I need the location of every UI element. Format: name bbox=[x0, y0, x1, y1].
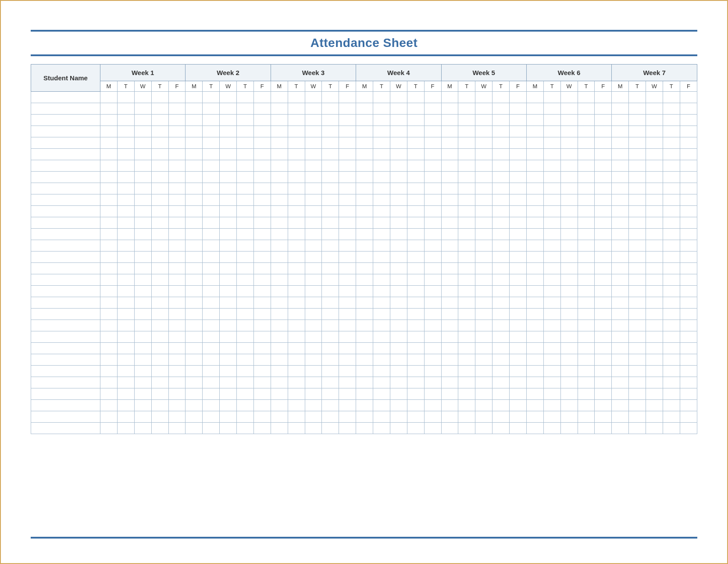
attendance-cell[interactable] bbox=[356, 194, 373, 206]
attendance-cell[interactable] bbox=[475, 274, 492, 286]
attendance-cell[interactable] bbox=[424, 206, 441, 217]
attendance-cell[interactable] bbox=[390, 103, 407, 115]
attendance-cell[interactable] bbox=[253, 400, 271, 411]
attendance-cell[interactable] bbox=[186, 251, 203, 263]
attendance-cell[interactable] bbox=[100, 343, 118, 354]
attendance-cell[interactable] bbox=[475, 103, 492, 115]
student-name-cell[interactable] bbox=[31, 297, 100, 309]
attendance-cell[interactable] bbox=[203, 240, 220, 251]
attendance-cell[interactable] bbox=[629, 388, 646, 400]
attendance-cell[interactable] bbox=[424, 149, 441, 160]
attendance-cell[interactable] bbox=[595, 263, 612, 274]
attendance-cell[interactable] bbox=[253, 194, 271, 206]
attendance-cell[interactable] bbox=[560, 411, 578, 423]
attendance-cell[interactable] bbox=[475, 286, 492, 297]
attendance-cell[interactable] bbox=[629, 297, 646, 309]
attendance-cell[interactable] bbox=[134, 354, 151, 366]
attendance-cell[interactable] bbox=[629, 126, 646, 137]
attendance-cell[interactable] bbox=[253, 103, 271, 115]
attendance-cell[interactable] bbox=[151, 126, 168, 137]
student-name-cell[interactable] bbox=[31, 137, 100, 149]
attendance-cell[interactable] bbox=[117, 377, 134, 388]
attendance-cell[interactable] bbox=[646, 240, 663, 251]
attendance-cell[interactable] bbox=[595, 251, 612, 263]
attendance-cell[interactable] bbox=[441, 240, 458, 251]
attendance-cell[interactable] bbox=[322, 229, 339, 240]
attendance-cell[interactable] bbox=[510, 183, 527, 194]
attendance-cell[interactable] bbox=[663, 149, 680, 160]
attendance-cell[interactable] bbox=[629, 309, 646, 320]
attendance-cell[interactable] bbox=[390, 411, 407, 423]
attendance-cell[interactable] bbox=[322, 194, 339, 206]
attendance-cell[interactable] bbox=[373, 377, 390, 388]
attendance-cell[interactable] bbox=[560, 366, 578, 377]
student-name-cell[interactable] bbox=[31, 92, 100, 103]
attendance-cell[interactable] bbox=[492, 263, 510, 274]
attendance-cell[interactable] bbox=[390, 343, 407, 354]
attendance-cell[interactable] bbox=[186, 115, 203, 126]
attendance-cell[interactable] bbox=[237, 343, 254, 354]
attendance-cell[interactable] bbox=[203, 149, 220, 160]
attendance-cell[interactable] bbox=[356, 309, 373, 320]
attendance-cell[interactable] bbox=[288, 377, 305, 388]
attendance-cell[interactable] bbox=[339, 126, 356, 137]
attendance-cell[interactable] bbox=[271, 92, 288, 103]
attendance-cell[interactable] bbox=[526, 160, 543, 172]
attendance-cell[interactable] bbox=[526, 137, 543, 149]
attendance-cell[interactable] bbox=[492, 388, 510, 400]
attendance-cell[interactable] bbox=[288, 400, 305, 411]
attendance-cell[interactable] bbox=[168, 411, 186, 423]
attendance-cell[interactable] bbox=[220, 320, 237, 331]
attendance-cell[interactable] bbox=[356, 388, 373, 400]
attendance-cell[interactable] bbox=[203, 309, 220, 320]
attendance-cell[interactable] bbox=[510, 263, 527, 274]
attendance-cell[interactable] bbox=[492, 320, 510, 331]
attendance-cell[interactable] bbox=[168, 115, 186, 126]
attendance-cell[interactable] bbox=[339, 309, 356, 320]
attendance-cell[interactable] bbox=[151, 194, 168, 206]
attendance-cell[interactable] bbox=[680, 377, 697, 388]
attendance-cell[interactable] bbox=[663, 343, 680, 354]
attendance-cell[interactable] bbox=[595, 217, 612, 229]
attendance-cell[interactable] bbox=[526, 274, 543, 286]
attendance-cell[interactable] bbox=[526, 115, 543, 126]
attendance-cell[interactable] bbox=[203, 103, 220, 115]
attendance-cell[interactable] bbox=[237, 149, 254, 160]
attendance-cell[interactable] bbox=[612, 331, 629, 343]
attendance-cell[interactable] bbox=[339, 263, 356, 274]
attendance-cell[interactable] bbox=[629, 92, 646, 103]
attendance-cell[interactable] bbox=[100, 137, 118, 149]
attendance-cell[interactable] bbox=[680, 366, 697, 377]
attendance-cell[interactable] bbox=[526, 92, 543, 103]
attendance-cell[interactable] bbox=[646, 309, 663, 320]
attendance-cell[interactable] bbox=[492, 92, 510, 103]
attendance-cell[interactable] bbox=[117, 251, 134, 263]
attendance-cell[interactable] bbox=[407, 183, 424, 194]
attendance-cell[interactable] bbox=[356, 103, 373, 115]
attendance-cell[interactable] bbox=[475, 194, 492, 206]
attendance-cell[interactable] bbox=[373, 172, 390, 183]
attendance-cell[interactable] bbox=[441, 411, 458, 423]
attendance-cell[interactable] bbox=[475, 411, 492, 423]
attendance-cell[interactable] bbox=[373, 115, 390, 126]
attendance-cell[interactable] bbox=[134, 343, 151, 354]
attendance-cell[interactable] bbox=[117, 183, 134, 194]
attendance-cell[interactable] bbox=[186, 343, 203, 354]
attendance-cell[interactable] bbox=[646, 160, 663, 172]
attendance-cell[interactable] bbox=[680, 126, 697, 137]
attendance-cell[interactable] bbox=[151, 103, 168, 115]
attendance-cell[interactable] bbox=[543, 297, 560, 309]
attendance-cell[interactable] bbox=[612, 115, 629, 126]
attendance-cell[interactable] bbox=[203, 400, 220, 411]
attendance-cell[interactable] bbox=[526, 172, 543, 183]
attendance-cell[interactable] bbox=[253, 240, 271, 251]
attendance-cell[interactable] bbox=[305, 377, 322, 388]
attendance-cell[interactable] bbox=[339, 297, 356, 309]
attendance-cell[interactable] bbox=[629, 354, 646, 366]
attendance-cell[interactable] bbox=[186, 92, 203, 103]
attendance-cell[interactable] bbox=[305, 115, 322, 126]
attendance-cell[interactable] bbox=[492, 377, 510, 388]
attendance-cell[interactable] bbox=[305, 343, 322, 354]
attendance-cell[interactable] bbox=[458, 263, 475, 274]
attendance-cell[interactable] bbox=[186, 137, 203, 149]
